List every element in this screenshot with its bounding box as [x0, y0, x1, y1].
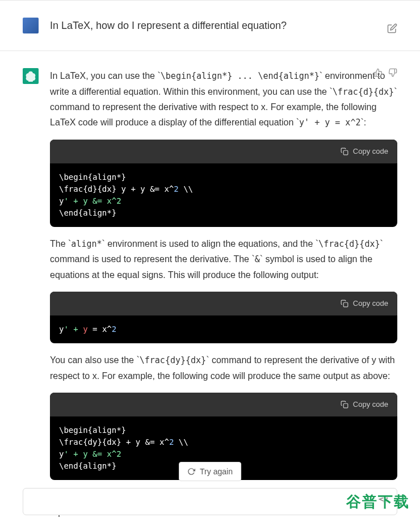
paragraph: The `align*` environment is used to alig…: [50, 236, 397, 283]
copy-code-button[interactable]: Copy code: [50, 393, 397, 416]
try-again-button[interactable]: Try again: [179, 462, 241, 481]
copy-code-label: Copy code: [353, 297, 388, 310]
openai-icon: [25, 70, 36, 82]
thumbs-up-button[interactable]: [373, 68, 383, 79]
answer-content: In LaTeX, you can use the `\begin{align*…: [50, 68, 397, 522]
send-button[interactable]: [379, 495, 389, 508]
code-body: \begin{align*} \frac{d}{dx} y + y &= x^2…: [50, 163, 397, 227]
inline-code: \begin{align*} ... \end{align*}: [161, 71, 320, 81]
edit-icon: [387, 23, 397, 33]
text: You can also use the: [50, 355, 136, 365]
inline-code: \frac{d}{dx}: [333, 87, 394, 97]
clipboard-icon: [341, 300, 348, 308]
refresh-icon: [187, 468, 195, 475]
edit-button[interactable]: [387, 23, 397, 36]
feedback-icons: [373, 68, 397, 79]
thumbs-up-icon: [373, 68, 383, 77]
inline-code: &: [255, 254, 260, 264]
thumbs-down-icon: [388, 68, 397, 77]
text: The: [50, 239, 68, 249]
clipboard-icon: [341, 148, 348, 155]
paragraph: You can also use the `\frac{dy}{dx}` com…: [50, 352, 397, 384]
paragraph: In LaTeX, you can use the `\begin{align*…: [50, 68, 397, 130]
inline-code: align*: [71, 239, 102, 249]
copy-code-button[interactable]: Copy code: [50, 140, 397, 163]
user-avatar: [23, 18, 39, 33]
text: :: [364, 117, 366, 127]
text: command is used to represent the derivat…: [50, 254, 251, 264]
copy-code-label: Copy code: [353, 145, 388, 158]
user-question-text: In LaTeX, how do I represent a different…: [50, 18, 287, 33]
code-block: Copy code \begin{align*} \frac{d}{dx} y …: [50, 140, 397, 227]
try-again-label: Try again: [200, 467, 233, 476]
inline-code: \frac{d}{dx}: [318, 239, 380, 249]
inline-code: y' + y = x^2: [299, 117, 360, 128]
svg-rect-1: [343, 302, 348, 307]
question-row: In LaTeX, how do I represent a different…: [0, 1, 420, 50]
code-block: Copy code y' + y = x^2: [50, 292, 397, 343]
clipboard-icon: [341, 401, 348, 409]
code-body: y' + y = x^2: [50, 315, 397, 343]
send-icon: [379, 495, 389, 506]
assistant-avatar: [23, 68, 39, 84]
message-input[interactable]: [23, 488, 397, 515]
copy-code-label: Copy code: [353, 398, 388, 411]
text: environment is used to align the equatio…: [105, 239, 316, 249]
thumbs-down-button[interactable]: [388, 68, 397, 79]
copy-code-button[interactable]: Copy code: [50, 292, 397, 315]
inline-code: \frac{dy}{dx}: [140, 355, 206, 365]
text: In LaTeX, you can use the: [50, 71, 157, 81]
svg-rect-2: [343, 403, 348, 408]
answer-section: In LaTeX, you can use the `\begin{align*…: [0, 51, 420, 522]
svg-rect-0: [343, 150, 348, 155]
